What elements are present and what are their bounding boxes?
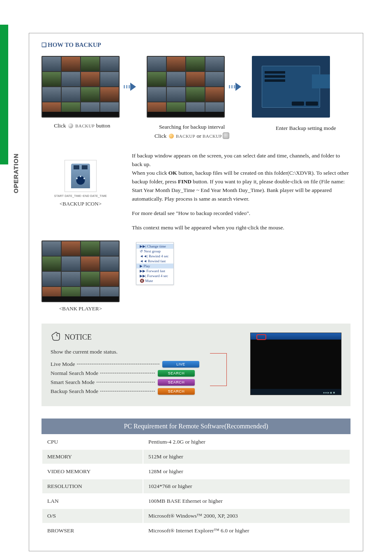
paragraph-3: This context menu will be appeared when …	[132, 224, 350, 232]
mode-label: Normal Search Mode	[51, 370, 98, 377]
bracket	[210, 353, 227, 386]
ctx-item: 🔇 Mute	[136, 278, 173, 283]
table-row: CPUPentium-4 2.0G or higher	[42, 435, 350, 449]
backup-icon-label: <BACKUP ICON>	[42, 201, 120, 207]
pc-table-title: PC Requirement for Remote Software(Recom…	[42, 419, 350, 434]
screenshot-player	[42, 240, 120, 302]
ctx-item: ▶▶| Forward 4 sec	[136, 273, 173, 278]
mode-label: Backup Search Mode	[51, 388, 98, 395]
paragraph-1b: When you click OK button, backup files w…	[132, 169, 350, 204]
mode-bar-search: SEARCH	[158, 379, 195, 386]
pc-requirements-table: PC Requirement for Remote Software(Recom…	[42, 419, 350, 539]
mode-label: Smart Search Mode	[51, 379, 95, 386]
table-row: BROWSERMicrosoft® Internet Explorer™ 6.0…	[42, 524, 350, 538]
caption-2: Searching for backup interval Click BACK…	[145, 123, 239, 140]
arrow-icon	[235, 83, 241, 91]
caption-1: Click BACKUP button	[42, 123, 123, 140]
section-heading: ❏HOW TO BACKUP	[42, 42, 350, 49]
ctx-item: ▶▶ Forward fast	[136, 268, 173, 273]
paragraph-1a: If backup window appears on the screen, …	[132, 152, 350, 169]
paragraph-2: For more detail see "How to backup recor…	[132, 209, 350, 218]
screenshot-3	[252, 56, 330, 118]
mode-bar-live: LIVE	[162, 361, 199, 368]
hand-icon	[51, 331, 61, 344]
context-menu: ▶▶| Change time ↺ Next group ◄◄| Rewind …	[136, 242, 174, 285]
mode-label: Live Mode	[51, 361, 75, 368]
bank-player-label: <BANK PLAYER>	[42, 305, 120, 312]
caption-3: Enter Backup setting mode	[261, 123, 350, 140]
table-row: LAN100MB BASE Ethernet or higher	[42, 494, 350, 508]
backup-file-icon	[65, 160, 97, 192]
notice-screenshot: ■ ■ ▶ ◼ ⏹	[250, 333, 341, 395]
icon-filename: START DATE_TIME~END DATE_TIME	[42, 194, 120, 197]
side-label: OPERATION	[12, 153, 19, 193]
mode-bar-search: SEARCH	[158, 388, 195, 395]
screenshot-2	[147, 56, 225, 118]
ctx-item: ↺ Next group	[136, 249, 173, 254]
ctx-item: ◄◄| Rewind 4 sec	[136, 254, 173, 259]
ctx-item: ▶▶| Change time	[136, 244, 173, 249]
table-row: RESOLUTION1024*768 or higher	[42, 479, 350, 493]
play-icon	[169, 134, 174, 139]
screenshot-1	[42, 56, 120, 118]
arrow-icon	[130, 83, 136, 91]
side-strip	[0, 25, 8, 164]
ctx-item: ◄◄ Rewind fast	[136, 259, 173, 264]
table-row: O/SMicrosoft® Windows™ 2000, XP, 2003	[42, 509, 350, 523]
ctx-item: ▶ Play	[136, 264, 173, 268]
mode-bar-search: SEARCH	[158, 370, 195, 377]
table-row: VIDEO MEMORY128M or higher	[42, 465, 350, 479]
notice-box: NOTICE Show the current mode status. Liv…	[42, 324, 350, 406]
disc-icon	[68, 123, 73, 128]
table-row: MEMORY512M or higher	[42, 450, 350, 464]
content-frame: ❏HOW TO BACKUP	[29, 33, 363, 551]
highlight-mark	[256, 334, 266, 340]
folder-icon	[223, 132, 229, 139]
